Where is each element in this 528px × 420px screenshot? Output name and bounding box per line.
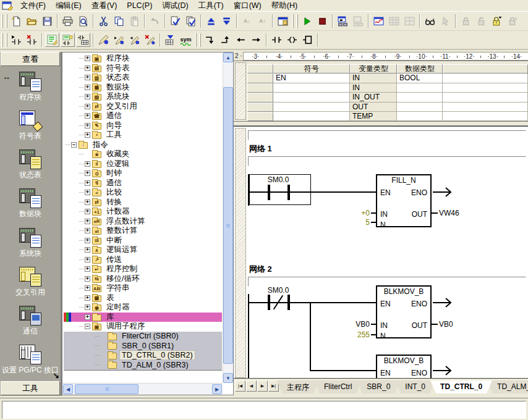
menu-item[interactable]: PLC(P) [122, 1, 157, 10]
comment-cell[interactable] [443, 93, 528, 102]
row-header-cell[interactable] [247, 112, 273, 121]
tree-expander[interactable]: + [85, 85, 90, 90]
comment-cell[interactable] [443, 112, 528, 121]
tree-expander[interactable]: − [71, 142, 77, 148]
tree-item[interactable]: SBR_0 (SBR1) [64, 341, 222, 351]
insert-coil-button[interactable] [285, 33, 299, 47]
tree-item[interactable]: + ◉ 定时器 [64, 303, 222, 313]
tree-expander[interactable]: + [85, 276, 90, 282]
chart-status-2-button[interactable] [387, 14, 401, 28]
contact-bar[interactable] [287, 185, 290, 200]
toolbar-handle[interactable] [199, 33, 201, 47]
insert-contact-button[interactable] [270, 33, 284, 47]
tree-expander[interactable]: + [85, 94, 90, 99]
navigation-item[interactable]: 系统块 [0, 224, 61, 262]
row-header-cell[interactable] [247, 83, 273, 93]
tree-expander[interactable]: + [85, 304, 90, 310]
column-header-data-type[interactable]: 数据类型 [397, 64, 443, 74]
scroll-down-button[interactable]: ▼ [223, 373, 233, 383]
data-type-cell[interactable] [397, 103, 443, 112]
pou-tab[interactable]: TD_CTRL_0 [430, 380, 492, 393]
tree-item[interactable]: + ✎ 向导 [64, 121, 222, 131]
tree-item[interactable]: + ↵ 程序控制 [64, 264, 222, 274]
scroll-thumb[interactable] [75, 384, 138, 394]
tree-expander[interactable]: + [85, 132, 90, 138]
view-symbol-info-button[interactable] [61, 33, 75, 47]
tree-vertical-scrollbar[interactable]: ▲ ▼ [223, 52, 233, 383]
tree-item[interactable]: + ⊙ 时钟 [64, 169, 222, 178]
view-ladder-button[interactable] [45, 33, 59, 47]
tools-bar-button[interactable]: 工具 [1, 381, 60, 395]
symbol-view-button[interactable]: sym [179, 33, 193, 47]
tree-item[interactable]: + ▥ 状态表 [64, 73, 222, 83]
monitor-glasses-button[interactable] [423, 14, 437, 28]
tree-item[interactable]: + < 比较 [64, 188, 222, 198]
tree-expander[interactable]: + [85, 238, 90, 243]
menu-item[interactable]: 查看(V) [87, 1, 122, 10]
tree-expander[interactable]: + [85, 56, 90, 61]
tree-expander[interactable]: + [85, 257, 90, 262]
lock-1-button[interactable] [459, 14, 473, 28]
tree-item[interactable]: ★ 收藏夹 [64, 149, 222, 159]
tree-expander[interactable]: + [85, 228, 90, 233]
open-file-button[interactable] [25, 14, 39, 28]
tree-item[interactable]: TD_CTRL_0 (SBR2) [64, 351, 222, 361]
tree-expander[interactable]: + [85, 161, 90, 167]
tree-expander[interactable]: + [85, 266, 90, 272]
menu-item[interactable]: 窗口(W) [229, 1, 266, 10]
contact-bar[interactable] [268, 185, 270, 200]
copy-button[interactable] [112, 14, 126, 28]
tree-item[interactable]: + 库 [64, 313, 222, 322]
tree-expander[interactable]: + [85, 219, 90, 224]
new-file-button[interactable] [9, 14, 23, 28]
tree-expander[interactable]: + [85, 180, 90, 186]
paste-button[interactable] [127, 14, 142, 28]
tree-item[interactable]: + ⇆ 移位/循环 [64, 274, 222, 284]
in-operand[interactable]: VB0 [347, 320, 370, 329]
navigation-item[interactable]: 数据块 [0, 185, 61, 224]
stop-button[interactable] [315, 14, 330, 28]
tree-item[interactable]: + * 工具 [64, 130, 222, 140]
chart-status-3-button[interactable] [402, 14, 417, 28]
pane-splitter[interactable] [234, 121, 528, 126]
upload-button[interactable] [204, 14, 218, 28]
lock-password-button[interactable]: T [490, 14, 504, 28]
data-type-cell[interactable]: BOOL [397, 74, 443, 83]
tree-item[interactable]: + ▤ 符号表 [64, 64, 222, 74]
tree-item[interactable]: + ↯ 通信 [64, 178, 222, 188]
scroll-thumb[interactable] [223, 87, 233, 364]
compile-all-button[interactable] [184, 14, 198, 28]
tree-item[interactable]: + +1 计数器 [64, 207, 222, 217]
menu-item[interactable]: 帮助(H) [266, 1, 302, 10]
tree-expander[interactable]: + [85, 247, 90, 253]
out-operand[interactable]: VB0 [439, 320, 453, 329]
wire-up-button[interactable] [218, 33, 232, 47]
column-header-symbol[interactable]: 符号 [273, 64, 350, 74]
tab-first-button[interactable]: |◀ [235, 380, 245, 392]
tree-item[interactable]: + ⇄ 交叉引用 [64, 102, 222, 112]
tree-expander[interactable]: + [85, 285, 90, 291]
tab-prev-button[interactable]: ◀ [246, 380, 257, 392]
navigation-item[interactable]: 符号表 [0, 106, 61, 145]
program-monitor-button[interactable] [336, 14, 350, 28]
insert-edit-2-button[interactable] [112, 33, 126, 47]
tree-item[interactable]: + AB 字符串 [64, 284, 222, 293]
contact-bar[interactable] [287, 295, 290, 310]
toolbar-handle[interactable] [1, 14, 3, 28]
download-button[interactable] [219, 14, 234, 28]
tree-expander[interactable]: + [85, 104, 90, 109]
run-button[interactable] [300, 14, 314, 28]
contact-operand[interactable]: SM0.0 [252, 175, 304, 184]
tree-expander[interactable]: + [85, 75, 90, 80]
menu-item[interactable]: 调试(D) [157, 1, 193, 10]
tree-item[interactable]: + III 中断 [64, 236, 222, 246]
tree-item[interactable]: + ▦ 数据块 [64, 83, 222, 93]
blkmov-b-box-1[interactable]: BLKMOV_B EN ENO IN OUT N [376, 285, 432, 338]
var-type-cell[interactable]: IN [350, 74, 397, 83]
toolbar-handle[interactable] [6, 33, 7, 47]
insert-box-button[interactable] [300, 33, 315, 47]
symbol-cell[interactable] [273, 112, 350, 121]
menu-item[interactable]: 文件(F) [15, 1, 51, 10]
tree-item[interactable]: + ∧ 逻辑运算 [64, 245, 222, 255]
row-header-cell[interactable] [247, 93, 273, 102]
